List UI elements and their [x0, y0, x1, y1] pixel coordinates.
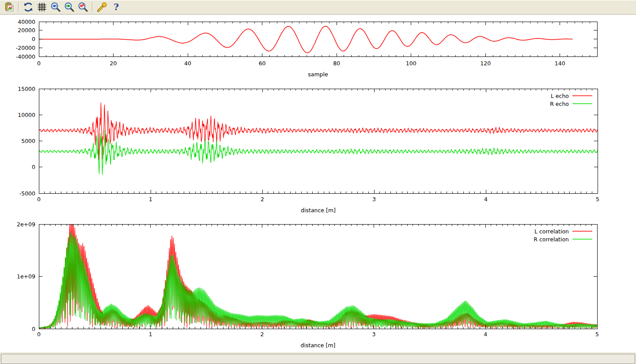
y-tick-label: -20000: [16, 45, 35, 51]
x-tick-label: 1: [149, 196, 152, 203]
zoom-next-button[interactable]: [63, 1, 76, 13]
pulse-chart[interactable]: 02040608010012014040000200000-20000-4000…: [0, 16, 636, 84]
x-tick-label: 40: [184, 60, 191, 67]
y-tick-label: 10000: [18, 112, 35, 118]
axes: [39, 89, 598, 193]
x-tick-label: 5: [596, 196, 599, 203]
autoscale-button[interactable]: [76, 1, 89, 13]
tick-labels: 0123452e+091e+090distance [m]: [17, 221, 599, 349]
refresh-icon: [23, 2, 34, 12]
x-tick-label: 60: [259, 60, 266, 67]
legend-entry: L echo: [551, 93, 592, 99]
magnifier-left-arrow-icon: [50, 2, 61, 12]
legend-label: L correlation: [534, 228, 569, 235]
configure-button[interactable]: [95, 1, 108, 13]
x-tick-label: 2: [261, 331, 264, 338]
y-tick-label: 0: [32, 36, 35, 42]
x-tick-label: 20: [110, 60, 117, 67]
x-tick-label: 4: [484, 331, 487, 338]
y-tick-label: 2e+09: [17, 221, 35, 228]
y-tick-label: 5000: [21, 138, 35, 144]
correlation-chart[interactable]: 0123452e+091e+090distance [m]L correlati…: [0, 221, 636, 351]
x-tick-label: 120: [480, 60, 491, 67]
series-r-correlation: [39, 232, 597, 329]
legend-label: R correlation: [534, 236, 569, 243]
series-group: [39, 26, 572, 53]
grid-icon: [37, 2, 47, 12]
series-group: [39, 103, 598, 175]
y-tick-label: 1e+09: [17, 273, 35, 280]
legend-entry: R echo: [550, 101, 592, 107]
y-tick-label: 0: [32, 326, 35, 332]
y-tick-label: 40000: [18, 19, 35, 25]
copy-to-clipboard-button[interactable]: [3, 1, 15, 13]
x-tick-label: 0: [37, 196, 41, 203]
x-tick-label: 80: [333, 60, 340, 67]
echo-chart[interactable]: 012345150001000050000-5000distance [m]L …: [0, 85, 636, 219]
toolbar-separator: [92, 2, 93, 12]
status-bar: [1, 354, 635, 364]
series-pulse: [39, 26, 572, 53]
x-axis-label: distance [m]: [301, 342, 336, 349]
series-group: [39, 221, 597, 329]
legend: L echoR echo: [550, 93, 592, 107]
x-tick-label: 0: [37, 331, 41, 338]
x-tick-label: 1: [149, 331, 152, 338]
status-bar-container: [0, 352, 636, 364]
legend-entry: R correlation: [534, 236, 592, 243]
toolbar: ?: [0, 0, 636, 15]
help-button[interactable]: ?: [109, 1, 122, 13]
x-tick-label: 3: [372, 331, 375, 338]
x-tick-label: 2: [261, 196, 264, 203]
x-tick-label: 140: [555, 60, 565, 67]
x-tick-label: 0: [37, 60, 41, 67]
x-tick-label: 100: [406, 60, 416, 67]
magnifier-right-arrow-icon: [64, 2, 75, 12]
x-tick-label: 4: [484, 196, 488, 203]
legend: L correlationR correlation: [534, 228, 592, 243]
toggle-grid-button[interactable]: [35, 1, 48, 13]
replot-button[interactable]: [22, 1, 34, 13]
x-tick-label: 3: [372, 196, 376, 203]
y-tick-label: -40000: [16, 53, 35, 60]
series-r-echo: [39, 131, 598, 175]
magnifier-plot-icon: [78, 2, 88, 12]
svg-text:?: ?: [114, 2, 119, 12]
y-tick-label: 0: [32, 164, 35, 170]
toolbar-separator: [18, 2, 19, 12]
y-tick-label: 15000: [18, 86, 35, 92]
x-tick-label: 5: [595, 331, 599, 338]
clipboard-plot-icon: [4, 2, 15, 12]
axes: [39, 224, 597, 329]
series-l-correlation: [39, 221, 597, 329]
plot-canvas: 02040608010012014040000200000-20000-4000…: [0, 15, 636, 352]
x-axis-label: distance [m]: [301, 207, 336, 214]
x-axis-label: sample: [308, 71, 328, 78]
legend-label: L echo: [551, 93, 569, 99]
y-tick-label: 20000: [18, 27, 35, 34]
y-tick-label: -5000: [19, 190, 35, 197]
question-mark-icon: ?: [110, 2, 121, 12]
plot-window: ? 02040608010012014040000200000-20000-40…: [0, 0, 636, 364]
legend-label: R echo: [550, 101, 569, 107]
zoom-previous-button[interactable]: [49, 1, 62, 13]
wrench-icon: [97, 2, 107, 12]
legend-entry: L correlation: [534, 228, 592, 235]
